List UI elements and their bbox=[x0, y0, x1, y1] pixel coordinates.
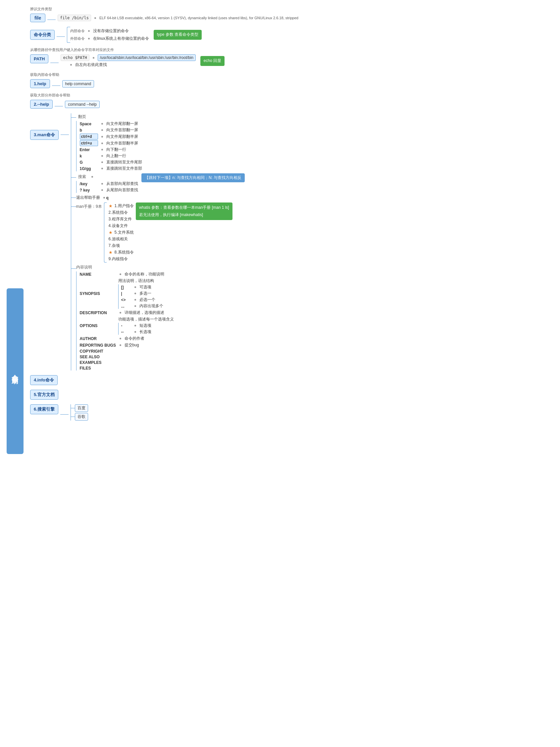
book-9: 9.内核指令 bbox=[109, 256, 134, 262]
search-engine-items: 百度 谷歌 bbox=[71, 404, 88, 420]
key-qmark: ? key bbox=[80, 188, 98, 192]
book-1-label: 1.用户指令 bbox=[114, 203, 134, 209]
content-desc-items: NAME 命令的名称，功能说明 SYNOPSIS 用法说明 bbox=[76, 272, 174, 370]
book-9-label: 9.内核指令 bbox=[109, 256, 128, 262]
file-hline bbox=[47, 20, 56, 20]
book-8-label: 8.系统指令 bbox=[114, 250, 134, 255]
desc-enter: 向下翻一行 bbox=[106, 147, 126, 152]
bugs-desc: 提交bug bbox=[125, 342, 139, 348]
desc-b: 向文件首部翻一屏 bbox=[106, 127, 138, 133]
path-cmd-row: echo $PATH /usr/local/sbin:/usr/local/bi… bbox=[61, 54, 195, 61]
search-group: 搜索 /key 从首部向尾部查找 ? key bbox=[76, 173, 138, 193]
fanye-b: b 向文件首部翻一屏 bbox=[80, 127, 142, 133]
book-1: ★ 1.用户指令 bbox=[109, 203, 134, 209]
search-label: 搜索 bbox=[76, 173, 88, 180]
desc-ctrld: 向文件尾部翻半屏 bbox=[106, 134, 138, 139]
path-label: PATH bbox=[30, 54, 48, 63]
examples-row: EXAMPLES bbox=[80, 360, 174, 365]
syn-dots-sym: ... bbox=[121, 304, 131, 309]
dot1 bbox=[95, 17, 96, 19]
path-note: 自左向右依此查找 bbox=[75, 62, 107, 68]
man-books-brace: ★ 1.用户指令 2.系统指令 3.程序库文件 bbox=[104, 203, 134, 262]
files-row: FILES bbox=[80, 366, 174, 370]
classify-highlight: type 参数 查看命令类型 bbox=[154, 30, 202, 40]
path-value: /usr/local/sbin:/usr/local/bin:/usr/sbin… bbox=[98, 54, 196, 61]
opt-long: -- 长选项 bbox=[121, 329, 174, 335]
syn-dots-desc: 内容出现多个 bbox=[139, 303, 163, 309]
file-row: file file /bin/ls ELF 64-bit LSB executa… bbox=[30, 14, 553, 22]
bugs-key: REPORTING BUGS bbox=[80, 343, 116, 347]
syn-pipe: | 多选一 bbox=[121, 291, 163, 296]
book-4-label: 4.设备文件 bbox=[109, 223, 128, 229]
author-row: AUTHOR 命令的作者 bbox=[80, 336, 174, 341]
classify-section: 命令分类 内部命令 没有存储位置的命令 外部命令 bbox=[30, 27, 553, 43]
syn-opt-desc: 可选项 bbox=[139, 284, 151, 290]
help1-section: 获取内部命令帮助 1.help help command bbox=[30, 72, 553, 88]
synopsis-items: 用法说明，语法结构 [] 可选项 bbox=[118, 278, 163, 309]
book-7-label: 7.杂项 bbox=[109, 243, 120, 249]
doc-section: 5.官方文档 bbox=[30, 390, 553, 400]
synopsis-sub: [] 可选项 | 多选一 bbox=[118, 284, 163, 309]
file-annotation: 辨识文件类型 bbox=[30, 7, 553, 11]
key-k: k bbox=[80, 154, 98, 158]
key-ctrlu: ctrl+u bbox=[80, 140, 98, 146]
internal-cmd-desc: 没有存储位置的命令 bbox=[93, 28, 129, 34]
man-books-group: man手册：9本 ★ 1.用户指令 2.系统指令 bbox=[76, 203, 233, 262]
classify-row: 命令分类 内部命令 没有存储位置的命令 外部命令 bbox=[30, 27, 553, 43]
file-description: ELF 64-bit LSB executable, x86-64, versi… bbox=[99, 16, 298, 20]
synopsis-group: SYNOPSIS 用法说明，语法结构 [] 可选项 bbox=[80, 278, 174, 309]
info-label: 4.info命令 bbox=[30, 375, 58, 385]
man-books-label: man手册：9本 bbox=[76, 203, 102, 209]
file-command: file /bin/ls bbox=[58, 15, 91, 21]
help1-label: 1.help bbox=[30, 79, 50, 88]
path-section: 从哪些路径中查找用户键入的命令字符串对应的文件 PATH echo $PATH … bbox=[30, 47, 553, 68]
all-content: 辨识文件类型 file file /bin/ls ELF 64-bit LSB … bbox=[30, 7, 553, 420]
help2-annotation: 获取大部分外部命令帮助 bbox=[30, 93, 553, 98]
book-2: 2.系统指令 bbox=[109, 210, 134, 215]
options-items: 功能选项，描述每一个选项含义 - 短选项 bbox=[118, 316, 174, 335]
seealso-key: SEE ALSO bbox=[80, 355, 100, 359]
quit-label: 退出帮助手册 bbox=[76, 195, 100, 201]
copyright-row: COPYRIGHT bbox=[80, 349, 174, 354]
google-label: 谷歌 bbox=[75, 413, 88, 420]
main-title: 命令帮助 bbox=[10, 369, 20, 373]
synopsis-main: SYNOPSIS 用法说明，语法结构 [] 可选项 bbox=[80, 278, 174, 309]
info-row: 4.info命令 bbox=[30, 375, 553, 385]
syn-angle-desc: 必选一个 bbox=[139, 297, 155, 303]
search-row: 搜索 /key 从首部向尾部查找 ? key bbox=[71, 173, 245, 193]
fanye-k: k 向上翻一行 bbox=[80, 153, 142, 159]
files-key: FILES bbox=[80, 366, 91, 370]
man-books-row: man手册：9本 ★ 1.用户指令 2.系统指令 bbox=[71, 203, 245, 262]
fan-ye-label: 翻页 bbox=[76, 113, 142, 120]
help1-annotation: 获取内部命令帮助 bbox=[30, 72, 553, 77]
search-items: /key 从首部向尾部查找 ? key 从尾部向首部查找 bbox=[76, 181, 138, 193]
classify-hline bbox=[57, 36, 65, 37]
books-hl-line1: whatis 参数：查看参数在哪一本man手册 [man 1 ls] bbox=[139, 205, 229, 210]
opt-short-desc: 短选项 bbox=[139, 323, 151, 329]
book-6: 6.游戏相关 bbox=[109, 236, 134, 242]
content-desc-row: 内容说明 NAME 命令的名称，功能说明 bbox=[71, 264, 245, 370]
help2-label: 2.--help bbox=[30, 100, 53, 109]
syn-pipe-desc: 多选一 bbox=[139, 291, 151, 296]
syn-angle: <> 必选一个 bbox=[121, 297, 163, 303]
main-title-box: 命令帮助 bbox=[7, 288, 24, 454]
seealso-row: SEE ALSO bbox=[80, 355, 174, 359]
internal-cmd-label: 内部命令 bbox=[70, 28, 85, 33]
external-cmd-desc: 在linux系统上有存储位置的命令 bbox=[93, 36, 149, 42]
description-row: DESCRIPTION 详细描述，选项的描述 bbox=[80, 310, 174, 315]
fan-ye-group: 翻页 Space 向文件尾部翻一屏 b 向文件首 bbox=[76, 113, 142, 171]
content-desc-label: 内容说明 bbox=[76, 264, 174, 270]
man-books-list: ★ 1.用户指令 2.系统指令 3.程序库文件 bbox=[107, 203, 134, 262]
doc-row: 5.官方文档 bbox=[30, 390, 553, 400]
help2-command: command --help bbox=[65, 101, 100, 108]
man-section: 3.man命令 翻页 Space 向文件尾部 bbox=[30, 113, 553, 370]
name-row: NAME 命令的名称，功能说明 bbox=[80, 272, 174, 277]
help2-row: 2.--help command --help bbox=[30, 100, 553, 109]
internal-cmd-row: 内部命令 没有存储位置的命令 bbox=[70, 28, 149, 34]
opt-long-desc: 长选项 bbox=[139, 329, 151, 335]
options-desc: 功能选项，描述每一个选项含义 bbox=[118, 316, 174, 322]
quit-key: q bbox=[106, 196, 109, 200]
key-G: G bbox=[80, 160, 98, 165]
description-desc: 详细描述，选项的描述 bbox=[125, 310, 164, 315]
search-label-row: 搜索 bbox=[76, 173, 138, 180]
